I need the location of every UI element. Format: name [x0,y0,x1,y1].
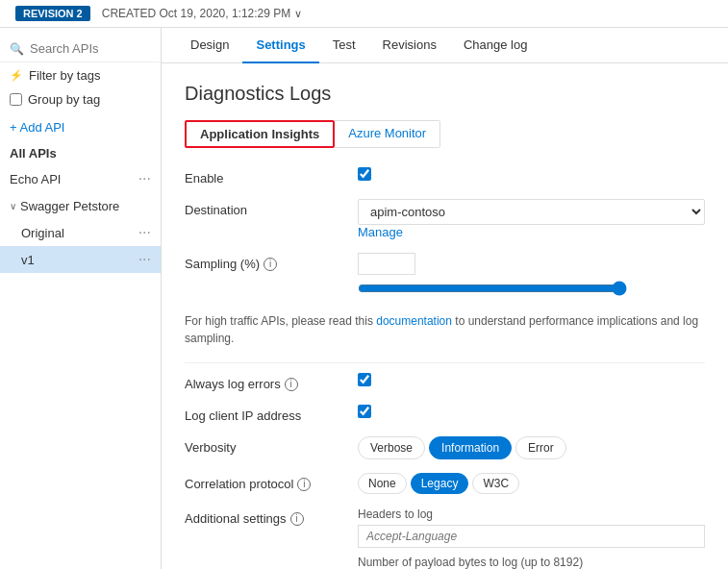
filter-icon: ⚡ [10,69,23,82]
group-row[interactable]: Group by tag [0,88,161,111]
always-log-control [358,373,705,389]
additional-settings-label: Additional settings i [185,507,358,526]
additional-settings-row: Additional settings i Headers to log Num… [185,507,705,569]
sidebar: 🔍 ⚡ Filter by tags Group by tag + Add AP… [0,28,162,569]
sampling-row: Sampling (%) i 100 [185,253,705,299]
correlation-none[interactable]: None [358,473,407,494]
all-apis-section: All APIs [0,140,161,164]
sampling-label: Sampling (%) i [185,253,358,271]
destination-label: Destination [185,199,358,217]
tab-revisions[interactable]: Revisions [369,28,450,63]
payload-label: Number of payload bytes to log (up to 81… [358,556,705,569]
v1-dots[interactable]: ··· [138,251,151,268]
filter-label: Filter by tags [29,68,100,83]
enable-row: Enable [185,167,705,186]
headers-label: Headers to log [358,507,705,521]
verbosity-row: Verbosity Verbose Information Error [185,436,705,459]
filter-row[interactable]: ⚡ Filter by tags [0,62,161,88]
revision-created[interactable]: CREATED Oct 19, 2020, 1:12:29 PM ∨ [102,7,303,20]
created-text: CREATED Oct 19, 2020, 1:12:29 PM [102,7,291,20]
destination-select[interactable]: apim-contoso apim-dev apim-prod [358,199,705,225]
search-container: 🔍 [0,36,161,62]
correlation-group: None Legacy W3C [358,473,705,494]
original-dots[interactable]: ··· [138,224,151,241]
destination-row: Destination apim-contoso apim-dev apim-p… [185,199,705,239]
always-log-label: Always log errors i [185,373,358,391]
enable-label: Enable [185,167,358,186]
correlation-info-icon[interactable]: i [297,478,311,491]
chevron-icon: ∨ [10,201,16,211]
sampling-control: 100 [358,253,705,299]
page-title: Diagnostics Logs [185,83,705,105]
destination-control: apim-contoso apim-dev apim-prod Manage [358,199,705,239]
correlation-legacy[interactable]: Legacy [411,473,469,494]
search-input[interactable] [30,41,151,56]
main-content: Design Settings Test Revisions Change lo… [162,28,728,569]
tab-changelog[interactable]: Change log [450,28,541,63]
correlation-label: Correlation protocol i [185,473,358,491]
verbosity-error[interactable]: Error [515,436,566,459]
log-ip-label: Log client IP address [185,405,358,423]
group-checkbox[interactable] [10,93,22,106]
add-api-label: + Add API [10,120,64,135]
enable-control [358,167,705,184]
manage-link[interactable]: Manage [358,225,403,239]
correlation-w3c[interactable]: W3C [472,473,519,494]
sampling-input[interactable]: 100 [358,253,415,275]
divider1 [185,362,705,363]
chevron-down-icon: ∨ [294,8,302,20]
top-bar: REVISION 2 CREATED Oct 19, 2020, 1:12:29… [0,0,728,28]
verbosity-information[interactable]: Information [429,436,512,459]
search-icon: 🔍 [10,42,24,56]
verbosity-group: Verbose Information Error [358,436,705,459]
sidebar-item-echo-api[interactable]: Echo API ··· [0,164,161,193]
nav-tabs: Design Settings Test Revisions Change lo… [162,28,728,63]
group-label: Group by tag [28,92,100,107]
echo-api-label: Echo API [10,172,61,186]
add-api-button[interactable]: + Add API [0,111,161,140]
v1-label: v1 [21,253,35,267]
sub-tabs: Application Insights Azure Monitor [185,120,705,148]
swagger-petstore-parent[interactable]: ∨ Swagger Petstore [0,193,161,219]
tab-settings[interactable]: Settings [242,28,318,63]
additional-info-icon[interactable]: i [290,512,304,526]
sampling-slider[interactable] [358,281,627,296]
tab-design[interactable]: Design [177,28,242,63]
sidebar-item-v1[interactable]: v1 ··· [0,246,161,273]
correlation-row: Correlation protocol i None Legacy W3C [185,473,705,494]
headers-input[interactable] [358,525,705,548]
verbosity-control: Verbose Information Error [358,436,705,459]
echo-api-dots[interactable]: ··· [138,170,151,187]
additional-control: Headers to log Number of payload bytes t… [358,507,705,569]
sidebar-item-original[interactable]: Original ··· [0,219,161,246]
sampling-info-icon[interactable]: i [264,258,277,271]
log-ip-control [358,405,705,421]
log-ip-row: Log client IP address [185,405,705,423]
sub-tab-azure-monitor[interactable]: Azure Monitor [335,120,440,148]
page-body: Diagnostics Logs Application Insights Az… [162,63,728,569]
sub-tab-app-insights[interactable]: Application Insights [185,120,335,148]
always-log-info-icon[interactable]: i [285,378,298,391]
tab-test[interactable]: Test [319,28,369,63]
log-ip-checkbox[interactable] [358,405,371,418]
always-log-row: Always log errors i [185,373,705,391]
correlation-control: None Legacy W3C [358,473,705,494]
verbosity-verbose[interactable]: Verbose [358,436,425,459]
revision-badge: REVISION 2 [15,6,90,21]
documentation-link[interactable]: documentation [376,314,452,328]
verbosity-label: Verbosity [185,436,358,455]
original-label: Original [21,226,64,240]
info-text: For high traffic APIs, please read this … [185,312,705,347]
enable-checkbox[interactable] [358,167,371,181]
always-log-checkbox[interactable] [358,373,371,386]
swagger-petstore-label: Swagger Petstore [20,199,119,213]
